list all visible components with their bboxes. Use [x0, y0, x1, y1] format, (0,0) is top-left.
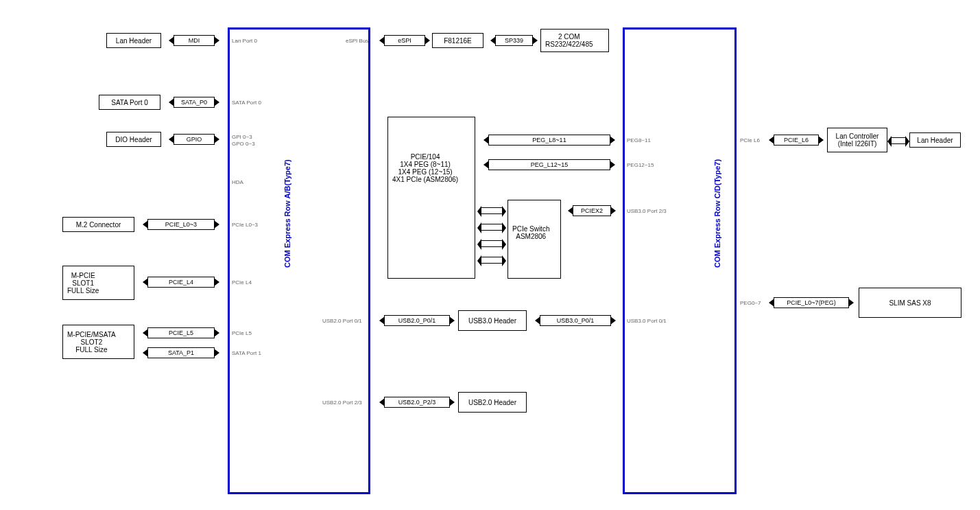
pciex2-arrow: PCIEX2 [573, 205, 611, 216]
gpio-label: GPIO [187, 136, 202, 143]
peg-l8-11-arrow: PEG_L8~11 [488, 135, 610, 146]
slim-sas-box: SLIM SAS X8 [859, 288, 961, 318]
usb20-23-pin: USB2.0 Port 2/3 [322, 399, 362, 406]
gpo-pin: GPO 0~3 [232, 141, 255, 147]
mpcie1-box: M-PCIE SLOT1 FULL Size [62, 266, 134, 300]
peg-l8-11-label: PEG_L8~11 [532, 137, 566, 143]
pcie-l6-arrow: PCIE_L6 [774, 135, 819, 146]
usb30-01-pin: USB3.0 Port 0/1 [627, 318, 667, 324]
sp339-label: SP339 [505, 37, 523, 44]
mdi-label: MDI [189, 37, 200, 44]
sata-p1-arrow: SATA_P1 [147, 347, 215, 358]
pcie-l6-pin: PCIe L6 [740, 137, 760, 143]
sata-port0-pin: SATA Port 0 [232, 100, 261, 106]
pcie-l5-pin: PCIe L5 [232, 330, 252, 336]
usb30-header-box: USB3.0 Header [458, 310, 527, 331]
peg-l12-15-label: PEG_L12~15 [531, 161, 568, 168]
pcie-l4-pin: PCIe L4 [232, 279, 252, 286]
usb20-header-box: USB2.0 Header [458, 392, 527, 413]
sata-p0-arrow: SATA_P0 [174, 97, 215, 108]
dio-header-box: DIO Header [106, 132, 161, 147]
sata-p0-label: SATA_P0 [181, 99, 207, 106]
usb20-p23-label: USB2.0_P2/3 [398, 399, 436, 406]
hda-pin: HDA [232, 179, 243, 185]
pcie-sw-conn-4 [481, 257, 502, 264]
lan-header-right-box: Lan Header [909, 132, 961, 148]
usb30-p01-arrow: USB3.0_P0/1 [540, 315, 611, 326]
gpi-pin: GPI 0~3 [232, 134, 252, 140]
pcie-l4-arrow: PCIE_L4 [147, 277, 215, 288]
gpio-arrow: GPIO [174, 134, 215, 145]
pcie-l0-3-pin: PCIe L0~3 [232, 222, 258, 228]
espi-arrow: eSPI [384, 35, 425, 46]
sp339-arrow: SP339 [495, 35, 533, 46]
lan-port0-pin: Lan Port 0 [232, 38, 257, 44]
peg8-11-pin: PEG8~11 [627, 137, 651, 143]
sata-port1-pin: SATA Port 1 [232, 350, 261, 356]
usb30-23-pin: USB3.0 Port 2/3 [627, 208, 667, 214]
espi-bus-pin: eSPI Bus [346, 38, 368, 44]
peg12-15-pin: PEG12~15 [627, 162, 654, 168]
peg0-7-pin: PEG0~7 [740, 300, 761, 306]
pcie-l5-label: PCIE_L5 [169, 329, 193, 336]
com2-box: 2 COM RS232/422/485 [540, 29, 609, 52]
mpcie2-box: M-PCIE/MSATA SLOT2 FULL Size [62, 325, 134, 359]
usb20-p23-arrow: USB2.0_P2/3 [384, 397, 450, 408]
row-ab-box [228, 27, 370, 494]
espi-label: eSPI [398, 37, 411, 44]
lan-header-box: Lan Header [106, 33, 161, 48]
row-cd-label: COM Express Row C/D(Type7) [713, 124, 721, 268]
pcie-l0-7-label: PCIE_L0~7(PEG) [787, 299, 835, 306]
usb20-p01-label: USB2.0_P0/1 [398, 317, 436, 324]
pcie-l0-3-arrow: PCIE_L0~3 [147, 219, 215, 230]
pcie-sw-conn-1 [481, 207, 502, 214]
pcie-sw-conn-3 [481, 240, 502, 247]
sata-p1-label: SATA_P1 [168, 349, 194, 356]
mdi-arrow: MDI [174, 35, 215, 46]
pciex2-label: PCIEX2 [581, 207, 603, 214]
usb30-p01-label: USB3.0_P0/1 [557, 317, 595, 324]
row-ab-label: COM Express Row A/B(Type7) [283, 124, 291, 268]
pcie-l0-7-arrow: PCIE_L0~7(PEG) [774, 297, 849, 308]
pcie-sw-conn-2 [481, 224, 502, 231]
usb20-p01-arrow: USB2.0_P0/1 [384, 315, 450, 326]
pcie-switch-box: PCIe Switch ASM2806 [507, 200, 561, 279]
f81216e-box: F81216E [432, 33, 483, 48]
pcie-l4-label: PCIE_L4 [169, 279, 193, 286]
usb20-01-pin: USB2.0 Port 0/1 [322, 318, 362, 324]
peg-l12-15-arrow: PEG_L12~15 [488, 159, 610, 170]
lan-controller-box: Lan Controller (Intel I226IT) [827, 128, 887, 152]
pcie104-box: PCIE/104 1X4 PEG (8~11) 1X4 PEG (12~15) … [387, 117, 475, 279]
sata-port0-box: SATA Port 0 [99, 95, 160, 110]
m2-connector-box: M.2 Connector [62, 217, 134, 232]
pcie-l6-label: PCIE_L6 [784, 137, 809, 143]
lan-ctrl-conn [892, 137, 905, 144]
pcie-l5-arrow: PCIE_L5 [147, 327, 215, 338]
pcie-l0-3-label: PCIE_L0~3 [165, 221, 197, 228]
